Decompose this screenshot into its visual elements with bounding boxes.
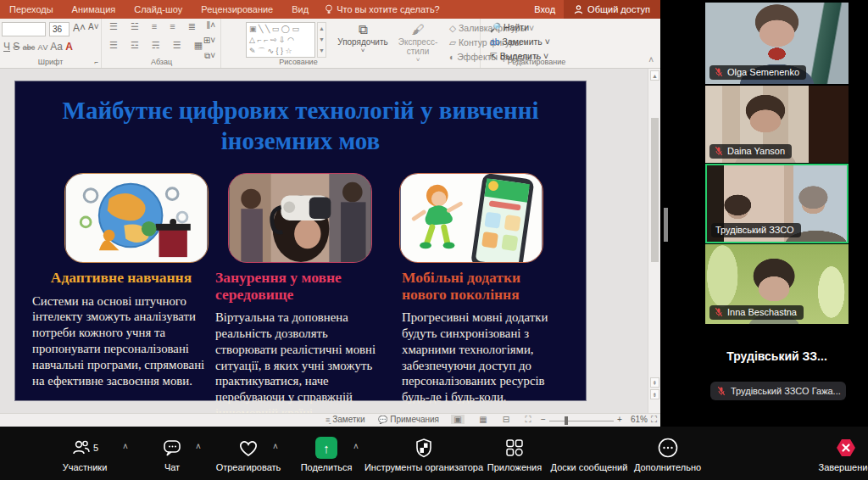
share-up-arrow-icon: ↑ (323, 441, 330, 455)
zoom-slider-thumb[interactable] (565, 416, 568, 425)
overflow-participant-label: Трудівський ЗЗ... (705, 349, 849, 363)
participant-video[interactable]: Inna Beschastna (705, 244, 849, 324)
video-strip-scrollbar-thumb[interactable] (664, 208, 668, 242)
participant-name-badge: Inna Beschastna (709, 305, 804, 320)
mic-muted-icon (714, 67, 724, 77)
shrink-font-button[interactable]: A˅ (88, 22, 99, 31)
list-buttons[interactable]: ☰ ☱ ≡ ≡ ≣ (109, 21, 201, 32)
column-body: Віртуальна та доповнена реальність дозво… (215, 310, 392, 421)
participant-video[interactable]: Daina Yanson (705, 86, 849, 163)
mobile-apps-image (399, 173, 543, 263)
grow-font-button[interactable]: A˄ (73, 22, 86, 34)
end-meeting-button[interactable]: Завершение (810, 437, 868, 472)
tab-slideshow[interactable]: Слайд-шоу (125, 0, 192, 19)
more-ellipsis-icon (657, 437, 679, 459)
font-size-combobox[interactable]: 36 (49, 22, 70, 36)
paragraph-group: ☰ ☱ ≡ ≡ ≣ ☰ ☲ ☴ ☰ ▦ ⫼˄ ⊞˅ ⧉˅ Абзац (103, 19, 221, 68)
zoom-out-button[interactable]: − (541, 415, 546, 424)
shape-effects-icon: ◐ (449, 52, 457, 62)
participants-button[interactable]: 5 Участники (51, 437, 119, 472)
more-button[interactable]: Дополнительно (627, 437, 708, 472)
mic-muted-icon (716, 386, 726, 396)
sign-in-button[interactable]: Вход (526, 4, 564, 14)
font-name-combobox[interactable] (2, 22, 46, 36)
scroll-up-button[interactable]: ▲ (650, 70, 659, 81)
shapes-gallery-scrollbar[interactable]: ▲▼▼ (317, 22, 326, 58)
normal-view-button[interactable]: ▣ (451, 415, 465, 424)
mic-muted-icon (714, 307, 724, 317)
shapes-gallery[interactable]: ▣ ╲ ╲ ▭ ◯ ▭△ ⌐ ⌐ ⇨ ⇩ ◠✎ ⌒ ∿ { } ☆ (246, 22, 315, 58)
quick-styles-icon: 🖌 (392, 22, 444, 37)
document-scrollbar[interactable]: ▲ ⇞ ⇟ (648, 69, 660, 413)
next-slide-button[interactable]: ⇟ (650, 389, 659, 399)
shape-outline-icon: ▱ (449, 37, 459, 47)
tell-me-box[interactable]: Что вы хотите сделать? (318, 4, 447, 14)
tab-review[interactable]: Рецензирование (192, 0, 282, 19)
column-heading: Мобільні додатки нового покоління (402, 270, 568, 303)
participants-menu-chevron[interactable]: ˄ (123, 442, 128, 451)
column-immersion: Занурення у мовне середовище Віртуальна … (215, 270, 392, 421)
participant-name-badge: Daina Yanson (709, 144, 792, 159)
chat-icon (162, 438, 182, 457)
vr-immersion-image (228, 173, 372, 263)
comments-button[interactable]: 💬Примечания (378, 415, 439, 424)
whiteboards-button[interactable]: Доски сообщений (538, 437, 640, 472)
participant-video[interactable]: Olga Semenenko (705, 3, 849, 84)
align-buttons[interactable]: ☰ ☲ ☴ ☰ ▦ (109, 40, 208, 51)
find-icon: 🔎 (490, 22, 504, 32)
find-button[interactable]: 🔎 Найти (490, 22, 529, 33)
scrollbar-thumb[interactable] (651, 118, 659, 262)
slide-sorter-view-button[interactable]: ▦ (476, 415, 490, 424)
column-mobile-apps: Мобільні додатки нового покоління Прогре… (402, 270, 568, 405)
participant-video-active-speaker[interactable]: Трудівський ЗЗСО (705, 164, 849, 243)
collapse-ribbon-button[interactable]: ˄ (648, 55, 654, 64)
drawing-group-label: Рисование (222, 58, 375, 66)
tab-transitions[interactable]: Переходы (0, 0, 63, 19)
editing-group-label: Редактирование (481, 58, 592, 66)
zoom-level[interactable]: 61% (631, 415, 648, 424)
replace-icon: ab (490, 36, 503, 47)
participant-name-badge: Olga Semenenko (709, 65, 806, 80)
apps-icon (504, 438, 525, 458)
arrange-button[interactable]: ⧉ Упорядочить˅ (332, 22, 393, 54)
arrange-icon: ⧉ (332, 22, 393, 37)
quick-styles-button[interactable]: 🖌 Экспресс-стили˅ (392, 22, 444, 64)
zoom-slider-track[interactable] (549, 421, 614, 421)
text-direction-button[interactable]: ⫼˄ (207, 20, 215, 31)
column-adaptive-learning: Адаптивне навчання Системи на основі шту… (32, 270, 210, 388)
slideshow-button[interactable]: ⛶ (521, 415, 535, 425)
zoom-in-button[interactable]: + (617, 415, 622, 424)
chat-button[interactable]: Чат (142, 437, 202, 472)
shield-icon (415, 438, 433, 458)
font-group: 36 A˄ A˅ Ч S abc АV Aa A Шрифт ⌐ (0, 19, 102, 68)
previous-slide-button[interactable]: ⇞ (650, 377, 659, 388)
slide-title: Майбутнє цифрових технологій у вивченні … (61, 95, 540, 157)
notes-button[interactable]: ≡̭Заметки (326, 415, 365, 424)
heart-icon (237, 438, 259, 458)
paragraph-group-label: Абзац (103, 58, 220, 66)
tab-animations[interactable]: Анимация (63, 0, 125, 19)
participants-icon (71, 438, 92, 457)
shape-fill-icon: ◇ (449, 23, 459, 33)
lightbulb-icon (325, 4, 333, 14)
react-menu-chevron[interactable]: ˄ (273, 442, 278, 451)
powerpoint-window: Переходы Анимация Слайд-шоу Рецензирован… (0, 0, 660, 427)
font-group-label: Шрифт (0, 58, 101, 66)
column-heading: Занурення у мовне середовище (215, 270, 392, 303)
font-dialog-launcher[interactable]: ⌐ (94, 59, 98, 66)
align-text-button[interactable]: ⊞˅ (203, 36, 215, 45)
participants-count: 5 (93, 443, 98, 453)
participant-notification[interactable]: Трудівський ЗЗСО Гажа... (710, 382, 846, 400)
ribbon-tab-bar: Переходы Анимация Слайд-шоу Рецензирован… (0, 0, 660, 19)
column-body: Системи на основі штучного інтелекту змо… (32, 293, 210, 389)
reading-view-button[interactable]: ⊟ (499, 415, 513, 424)
adaptive-learning-image (64, 173, 209, 263)
replace-button[interactable]: ab Заменить ˅ (490, 36, 550, 47)
slide-canvas[interactable]: Майбутнє цифрових технологій у вивченні … (14, 81, 587, 401)
share-access-button[interactable]: Общий доступ (564, 0, 660, 19)
end-meeting-icon (835, 438, 857, 458)
fit-to-window-button[interactable]: ⛶ (651, 415, 657, 425)
tab-view[interactable]: Вид (282, 0, 318, 19)
font-style-buttons[interactable]: Ч S abc АV Aa A (3, 41, 73, 53)
chat-menu-chevron[interactable]: ˄ (196, 442, 201, 451)
